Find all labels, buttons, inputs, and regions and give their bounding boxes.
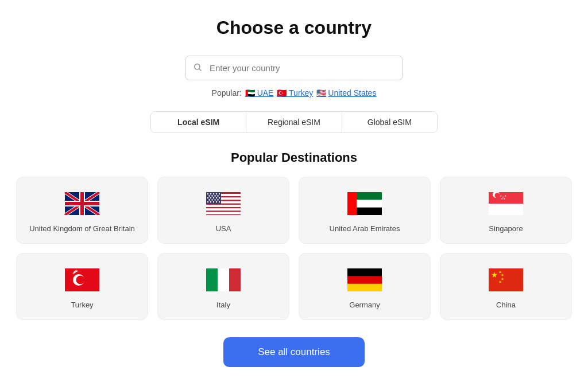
popular-turkey[interactable]: 🇹🇷 Turkey (277, 88, 313, 98)
country-card-usa[interactable]: USA (157, 177, 289, 244)
svg-rect-8 (206, 208, 241, 211)
svg-rect-37 (347, 192, 357, 215)
svg-point-47 (76, 276, 85, 284)
country-grid: United Kingdom of Great Britain (16, 177, 572, 320)
svg-point-14 (216, 193, 217, 194)
country-name-usa: USA (216, 224, 231, 233)
tab-regional[interactable]: Regional eSIM (246, 112, 342, 132)
flag-uae (346, 191, 383, 216)
country-name-germany: Germany (349, 301, 380, 309)
svg-point-18 (214, 195, 215, 196)
svg-point-20 (207, 197, 208, 198)
search-input[interactable] (185, 56, 403, 80)
country-card-china[interactable]: China (440, 253, 572, 320)
tabs-container: Local eSIM Regional eSIM Global eSIM (150, 111, 438, 133)
popular-label: Popular: (212, 88, 242, 98)
svg-point-32 (216, 201, 217, 202)
flag-italy (205, 267, 242, 293)
country-card-germany[interactable]: Germany (299, 253, 431, 320)
flag-uk (64, 191, 100, 216)
flag-usa (205, 191, 242, 216)
country-name-turkey: Turkey (71, 301, 93, 309)
tab-global[interactable]: Global eSIM (342, 112, 437, 132)
svg-point-30 (210, 201, 211, 202)
country-card-italy[interactable]: Italy (157, 253, 289, 320)
country-card-turkey[interactable]: Turkey (16, 253, 148, 320)
svg-point-22 (213, 197, 214, 198)
svg-point-19 (217, 195, 218, 196)
svg-point-23 (216, 197, 217, 198)
page-title: Choose a country (216, 17, 372, 38)
svg-rect-55 (489, 268, 523, 291)
svg-rect-51 (206, 268, 218, 291)
country-card-uk[interactable]: United Kingdom of Great Britain (16, 177, 148, 244)
country-name-italy: Italy (216, 301, 230, 309)
svg-point-28 (217, 199, 218, 200)
country-name-uae: United Arab Emirates (330, 224, 400, 233)
see-all-button[interactable]: See all countries (223, 337, 365, 367)
flag-china (488, 267, 524, 293)
svg-point-16 (208, 195, 210, 196)
svg-point-15 (219, 193, 220, 194)
country-card-uae[interactable]: United Arab Emirates (299, 177, 431, 244)
svg-point-33 (219, 201, 220, 202)
svg-rect-9 (206, 212, 241, 215)
country-name-uk: United Kingdom of Great Britain (29, 224, 135, 233)
svg-point-26 (211, 199, 212, 200)
country-name-sg: Singapore (489, 224, 523, 233)
country-card-sg[interactable]: Singapore (440, 177, 572, 244)
popular-us[interactable]: 🇺🇸 United States (316, 88, 376, 98)
flag-germany (346, 267, 383, 293)
flag-turkey (64, 267, 100, 293)
svg-rect-7 (206, 205, 241, 207)
svg-point-29 (207, 201, 208, 202)
country-name-china: China (496, 301, 516, 309)
svg-rect-54 (347, 268, 382, 276)
svg-line-1 (199, 69, 201, 71)
svg-point-13 (213, 193, 214, 194)
svg-point-27 (214, 199, 215, 200)
svg-point-17 (211, 195, 212, 196)
search-container (185, 56, 403, 80)
svg-point-12 (210, 193, 211, 194)
svg-point-21 (210, 197, 211, 198)
svg-point-24 (219, 197, 220, 198)
svg-point-31 (213, 201, 214, 202)
popular-uae[interactable]: 🇦🇪 UAE (245, 88, 274, 98)
popular-row: Popular: 🇦🇪 UAE 🇹🇷 Turkey 🇺🇸 United Stat… (212, 88, 377, 98)
svg-point-11 (207, 193, 208, 194)
svg-point-25 (208, 199, 210, 200)
flag-sg (488, 191, 524, 216)
destinations-title: Popular Destinations (231, 150, 357, 165)
search-icon (193, 63, 202, 74)
tab-local[interactable]: Local eSIM (151, 112, 246, 132)
